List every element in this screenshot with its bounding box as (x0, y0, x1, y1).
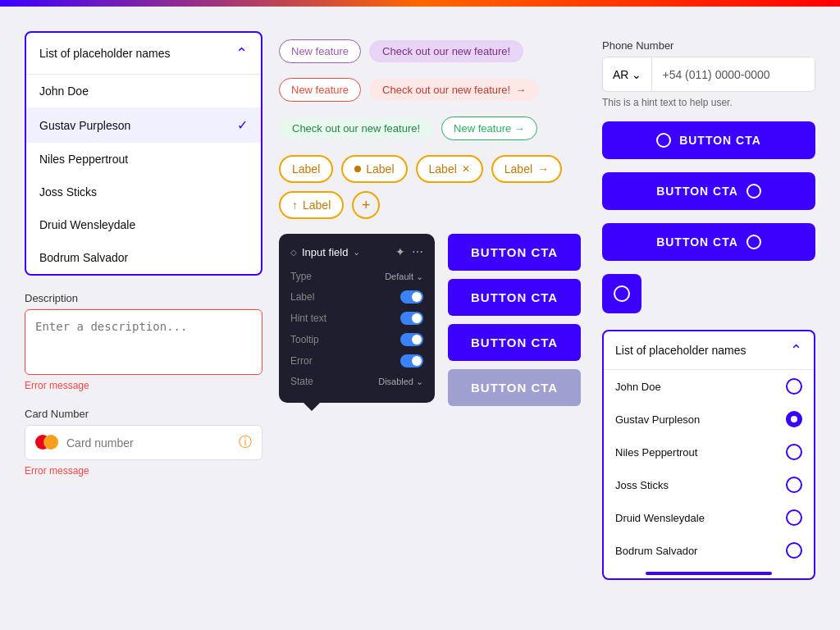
tag-dot[interactable]: Label (341, 155, 407, 183)
tooltip-toggle[interactable] (400, 333, 423, 346)
description-section: Description Error message (25, 292, 262, 391)
dropdown-header-label: List of placeholder names (39, 47, 171, 60)
tag-plus[interactable]: + (352, 191, 380, 219)
chevron-down-icon: ⌄ (632, 68, 641, 81)
dropdown-item[interactable]: Druid Wensleydale (26, 208, 261, 241)
dropdown-item[interactable]: Gustav Purpleson ✓ (26, 107, 261, 143)
description-textarea[interactable] (25, 309, 262, 375)
arrow-up-icon: ↑ (292, 199, 298, 212)
scrollbar[interactable] (646, 572, 772, 575)
right-dropdown-item[interactable]: Niles Peppertrout (604, 436, 814, 468)
popup-row-state: State Disabled ⌄ (290, 372, 423, 391)
badge-new-feature-red: New feature (279, 78, 361, 102)
badge-new-feature: New feature (279, 39, 361, 63)
check-icon: ✓ (237, 117, 248, 133)
right-dropdown-item[interactable]: Bodrum Salvador (604, 534, 814, 567)
banner-green: Check out our new feature! (279, 117, 433, 139)
card-number-input[interactable] (66, 436, 232, 450)
dropdown-item[interactable]: John Doe (26, 75, 261, 107)
button-icon-filled (746, 235, 761, 249)
cta-button-2[interactable]: BUTTON CTA (448, 279, 581, 316)
banner-purple: Check out our new feature! (369, 40, 523, 62)
label-toggle[interactable] (400, 290, 423, 304)
popup-row-type: Type Default ⌄ (290, 267, 423, 286)
chevron-up-icon: ⌃ (235, 44, 248, 62)
button-icon-right (746, 184, 761, 199)
chevron-up-icon: ⌃ (790, 341, 802, 359)
dropdown-item[interactable]: Joss Sticks (26, 176, 261, 208)
left-column: List of placeholder names ⌃ John Doe Gus… (25, 31, 262, 614)
popup-card: ◇ Input field ⌄ ✦ ⋯ Type Default ⌄ (279, 234, 435, 403)
radio-empty[interactable] (786, 477, 802, 493)
radio-filled[interactable] (786, 411, 802, 427)
dropdown-item[interactable]: Niles Peppertrout (26, 143, 261, 176)
description-label: Description (25, 292, 262, 304)
right-column: Phone Number AR ⌄ ⓘ This is a hint text … (602, 31, 815, 614)
tag-up-arrow[interactable]: ↑ Label (279, 191, 344, 219)
phone-hint: This is a hint text to help user. (602, 97, 815, 108)
cta-button-3[interactable]: BUTTON CTA (448, 324, 581, 361)
right-cta-button-1[interactable]: BUTTON CTA (602, 121, 815, 159)
type-dropdown[interactable]: Default ⌄ (385, 272, 423, 282)
mastercard-icon (35, 435, 60, 451)
popup-header: ◇ Input field ⌄ ✦ ⋯ (290, 245, 423, 258)
alert-row-purple: New feature Check out our new feature! (279, 39, 586, 63)
cta-button-4[interactable]: BUTTON CTA (448, 369, 581, 406)
info-icon: ⓘ (239, 434, 252, 451)
card-section: Card Number ⓘ Error message (25, 408, 262, 477)
popup-row-error: Error (290, 350, 423, 372)
chevron-down-icon: ⌄ (353, 247, 360, 258)
middle-column: New feature Check out our new feature! N… (279, 31, 586, 614)
hint-toggle[interactable] (400, 312, 423, 325)
arrow-right-icon: → (514, 122, 525, 135)
solo-button[interactable] (602, 274, 641, 313)
dropdown-item[interactable]: Bodrum Salvador (26, 241, 261, 274)
left-dropdown: List of placeholder names ⌃ John Doe Gus… (25, 31, 262, 276)
right-cta-button-3[interactable]: BUTTON CTA (602, 223, 815, 261)
phone-input-row: AR ⌄ ⓘ (602, 57, 815, 92)
cta-button-1[interactable]: BUTTON CTA (448, 234, 581, 271)
phone-section: Phone Number AR ⌄ ⓘ This is a hint text … (602, 39, 815, 108)
tags-row: Label Label Label ✕ Label → ↑ Label + (279, 155, 586, 219)
right-dropdown-header[interactable]: List of placeholder names ⌃ (604, 331, 814, 369)
badge-new-feature-green: New feature → (441, 116, 537, 140)
popup-row-tooltip: Tooltip (290, 329, 423, 350)
arrow-right-icon: → (515, 84, 526, 96)
radio-empty[interactable] (786, 509, 802, 526)
radio-empty[interactable] (786, 542, 802, 559)
alert-row-green: Check out our new feature! New feature → (279, 116, 586, 140)
card-error: Error message (25, 465, 262, 477)
more-icon[interactable]: ⋯ (412, 245, 423, 258)
right-dropdown-item[interactable]: Gustav Purpleson (604, 403, 814, 436)
right-cta-button-2[interactable]: BUTTON CTA (602, 172, 815, 210)
chevron-icon: ⌄ (416, 272, 423, 282)
error-toggle[interactable] (400, 354, 423, 368)
radio-empty[interactable] (786, 444, 802, 460)
radio-empty[interactable] (786, 378, 802, 395)
phone-label: Phone Number (602, 39, 815, 52)
alert-row-red: New feature Check out our new feature! → (279, 78, 586, 102)
move-icon[interactable]: ✦ (395, 245, 405, 258)
middle-lower: ◇ Input field ⌄ ✦ ⋯ Type Default ⌄ (279, 234, 586, 406)
dot-icon (748, 236, 760, 248)
card-label: Card Number (25, 408, 262, 420)
popup-title: ◇ Input field ⌄ (290, 246, 360, 258)
right-dropdown-item[interactable]: Joss Sticks (604, 468, 814, 501)
right-dropdown-item[interactable]: Druid Wensleydale (604, 501, 814, 534)
close-icon: ✕ (462, 163, 470, 175)
right-dropdown-label: List of placeholder names (615, 344, 746, 357)
dropdown-header[interactable]: List of placeholder names ⌃ (26, 33, 261, 74)
description-error: Error message (25, 380, 262, 391)
tag-close[interactable]: Label ✕ (416, 155, 483, 183)
country-code: AR (613, 68, 628, 81)
tag-plain[interactable]: Label (279, 155, 333, 183)
tag-arrow[interactable]: Label → (491, 155, 562, 183)
popup-row-label: Label (290, 286, 423, 308)
dot-icon (354, 166, 361, 172)
phone-number-input[interactable] (652, 57, 815, 91)
country-selector[interactable]: AR ⌄ (603, 57, 652, 91)
card-input-wrapper: ⓘ (25, 425, 262, 460)
state-dropdown[interactable]: Disabled ⌄ (378, 377, 423, 387)
popup-row-hint: Hint text (290, 308, 423, 329)
right-dropdown-item[interactable]: John Doe (604, 370, 814, 403)
